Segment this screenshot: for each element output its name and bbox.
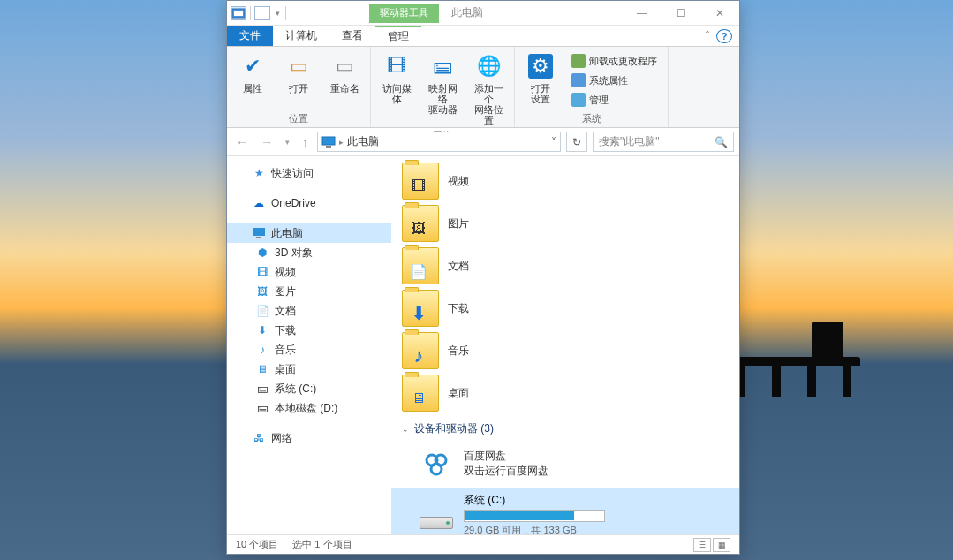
maximize-button[interactable]: ☐	[662, 1, 700, 26]
collapse-ribbon-icon[interactable]: ˆ	[700, 26, 715, 46]
film-icon: 🎞	[409, 177, 428, 196]
cloud-drive-name: 百度网盘	[464, 449, 548, 464]
uninstall-button[interactable]: 卸载或更改程序	[568, 52, 661, 70]
folder-documents[interactable]: 📄文档	[391, 245, 739, 287]
search-icon: 🔍	[715, 136, 728, 148]
sidebar-item-downloads[interactable]: ⬇下载	[227, 321, 391, 340]
tab-manage[interactable]: 管理	[375, 26, 421, 46]
drive-c[interactable]: ⊞ 系统 (C:) 29.0 GB 可用，共 133 GB	[391, 488, 739, 534]
recent-dropdown-icon[interactable]: ▾	[282, 138, 293, 147]
map-drive-button[interactable]: 🖴映射网络 驱动器	[422, 50, 463, 127]
svg-point-8	[431, 464, 442, 474]
manage-button[interactable]: 管理	[568, 91, 661, 109]
folder-pictures[interactable]: 🖼图片	[391, 202, 739, 245]
close-button[interactable]: ✕	[700, 1, 739, 26]
tab-file[interactable]: 文件	[227, 26, 273, 46]
folder-music[interactable]: ♪音乐	[391, 329, 739, 372]
svg-rect-3	[326, 146, 331, 148]
refresh-button[interactable]: ↻	[566, 132, 587, 152]
open-settings-button[interactable]: ⚙打开 设置	[520, 50, 561, 110]
sidebar-item-onedrive[interactable]: ☁OneDrive	[227, 193, 391, 213]
up-button[interactable]: ↑	[299, 135, 312, 149]
picture-icon: 🖼	[409, 219, 428, 238]
globe-icon: 🌐	[477, 61, 501, 72]
rename-button[interactable]: ▭重命名	[324, 50, 365, 110]
tab-computer[interactable]: 计算机	[273, 26, 329, 46]
address-path[interactable]: ▸ 此电脑 ˅	[317, 132, 561, 152]
rename-icon: ▭	[336, 61, 354, 72]
folder-videos[interactable]: 🎞视频	[391, 160, 739, 202]
access-media-button[interactable]: 🎞访问媒体	[376, 50, 417, 127]
desktop-icon: 🖥	[255, 362, 269, 376]
baidu-cloud-icon	[418, 445, 455, 482]
document-icon: 📄	[409, 261, 428, 281]
tab-view[interactable]: 查看	[329, 26, 375, 46]
minimize-button[interactable]: —	[623, 1, 662, 26]
film-icon: 🎞	[255, 265, 269, 279]
music-icon: ♪	[255, 343, 269, 357]
explorer-window: ▾ 驱动器工具 此电脑 — ☐ ✕ 文件 计算机 查看 管理 ˆ ? ✔属性 ▭…	[226, 0, 740, 555]
svg-rect-4	[253, 228, 265, 236]
ribbon-tabs: 文件 计算机 查看 管理 ˆ ?	[227, 26, 739, 47]
open-button[interactable]: ▭打开	[278, 50, 319, 110]
search-placeholder: 搜索"此电脑"	[599, 134, 660, 149]
document-icon: 📄	[255, 304, 269, 318]
drive-usage-text: 29.0 GB 可用，共 133 GB	[464, 524, 729, 534]
sidebar-item-3d[interactable]: ⬢3D 对象	[227, 243, 391, 262]
add-location-button[interactable]: 🌐添加一个 网络位置	[468, 50, 509, 127]
sidebar-item-c-drive[interactable]: 🖴系统 (C:)	[227, 379, 391, 398]
folder-desktop[interactable]: 🖥桌面	[391, 372, 739, 414]
back-button[interactable]: ←	[232, 135, 252, 149]
sidebar-item-documents[interactable]: 📄文档	[227, 301, 391, 321]
sidebar-item-network[interactable]: 🖧网络	[227, 428, 391, 448]
sidebar-item-this-pc[interactable]: 此电脑	[227, 223, 391, 243]
hdd-icon	[420, 517, 453, 529]
sidebar-item-quick-access[interactable]: ★快速访问	[227, 163, 391, 183]
pc-icon	[321, 136, 336, 148]
app-icon[interactable]	[231, 6, 246, 20]
sidebar-item-desktop[interactable]: 🖥桌面	[227, 359, 391, 379]
help-icon[interactable]: ?	[716, 29, 732, 43]
cloud-drive-desc: 双击运行百度网盘	[464, 464, 548, 479]
qat-dropdown-icon[interactable]: ▾	[274, 9, 282, 18]
sidebar-item-pictures[interactable]: 🖼图片	[227, 282, 391, 301]
sidebar-item-d-drive[interactable]: 🖴本地磁盘 (D:)	[227, 398, 391, 418]
breadcrumb-arrow-icon[interactable]: ▸	[339, 138, 344, 147]
desktop-icon: 🖥	[409, 389, 428, 408]
folder-downloads[interactable]: ⬇下载	[391, 287, 739, 329]
titlebar[interactable]: ▾ 驱动器工具 此电脑 — ☐ ✕	[227, 1, 739, 26]
cube-icon: ⬢	[255, 246, 269, 260]
system-properties-button[interactable]: 系统属性	[568, 72, 661, 89]
picture-icon: 🖼	[255, 284, 269, 299]
status-bar: 10 个项目 选中 1 个项目 ☰ ▦	[227, 534, 739, 554]
star-icon: ★	[252, 166, 266, 180]
drive-name: 系统 (C:)	[464, 493, 729, 508]
svg-rect-1	[234, 11, 243, 16]
open-icon: ▭	[290, 61, 308, 72]
search-input[interactable]: 搜索"此电脑" 🔍	[593, 132, 734, 152]
cloud-icon: ☁	[252, 196, 266, 210]
media-icon: 🎞	[387, 61, 406, 72]
group-header-drives[interactable]: ⌄设备和驱动器 (3)	[391, 414, 739, 440]
checkmark-icon: ✔	[245, 61, 261, 72]
quick-access-toolbar: ▾	[227, 6, 290, 20]
breadcrumb-segment[interactable]: 此电脑	[347, 134, 379, 149]
sidebar-item-videos[interactable]: 🎞视频	[227, 262, 391, 282]
map-drive-icon: 🖴	[433, 61, 452, 72]
sidebar-item-music[interactable]: ♪音乐	[227, 340, 391, 359]
forward-button[interactable]: →	[257, 135, 276, 149]
group-label-location: 位置	[232, 110, 365, 125]
monitor-icon	[571, 73, 586, 87]
chevron-down-icon: ⌄	[402, 425, 409, 434]
navigation-pane: ★快速访问 ☁OneDrive 此电脑 ⬢3D 对象 🎞视频 🖼图片 📄文档 ⬇…	[227, 156, 391, 534]
download-icon: ⬇	[409, 304, 428, 323]
cloud-drive-item[interactable]: 百度网盘双击运行百度网盘	[391, 440, 739, 488]
address-dropdown-icon[interactable]: ˅	[551, 136, 556, 148]
qat-item-icon[interactable]	[254, 6, 270, 20]
music-icon: ♪	[409, 346, 428, 366]
download-icon: ⬇	[255, 323, 269, 337]
properties-button[interactable]: ✔属性	[232, 50, 273, 110]
tiles-view-button[interactable]: ▦	[713, 538, 730, 552]
svg-rect-5	[256, 237, 261, 238]
details-view-button[interactable]: ☰	[693, 538, 711, 552]
